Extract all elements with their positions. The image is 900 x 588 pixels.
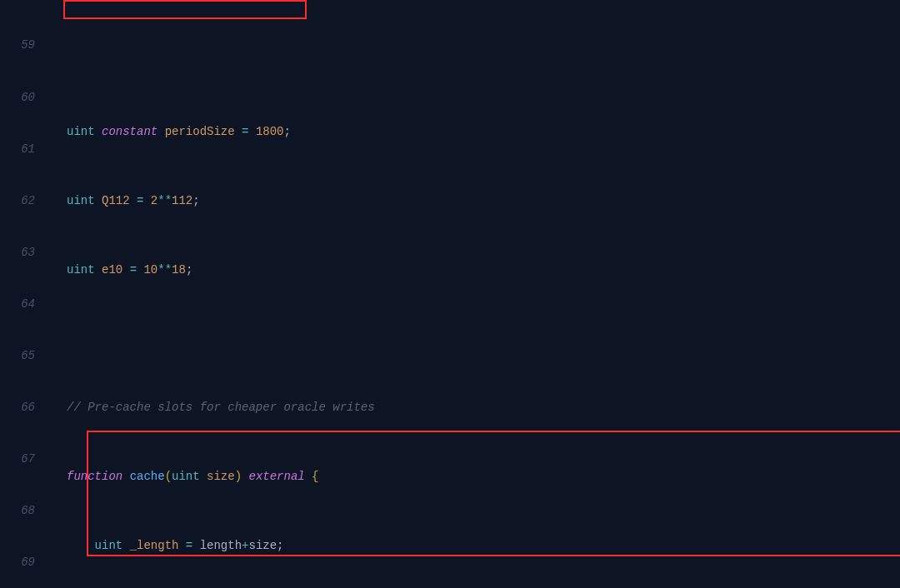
code-line[interactable]: [67, 330, 900, 347]
token-operator: =: [242, 125, 248, 138]
line-number: 69: [0, 554, 35, 571]
code-editor[interactable]: 59 60 61 62 63 64 65 66 67 68 69 70 71 7…: [0, 0, 900, 588]
token-punct: ;: [186, 263, 192, 277]
line-number: 62: [0, 192, 35, 210]
token-brace: {: [312, 470, 318, 483]
token-operator: =: [130, 263, 137, 277]
token-operator: **: [158, 194, 172, 207]
token-type: uint: [67, 194, 95, 207]
line-number-gutter: 59 60 61 62 63 64 65 66 67 68 69 70 71 7…: [0, 0, 50, 588]
token-number: 10: [143, 263, 158, 277]
token-keyword: function: [67, 470, 122, 483]
line-number: 64: [0, 296, 35, 313]
token-type: uint: [67, 125, 95, 138]
token-comment: // Pre-cache slots for cheaper oracle wr…: [67, 401, 375, 414]
token-identifier: _length: [130, 539, 179, 552]
token-number: 1800: [256, 125, 284, 138]
code-line[interactable]: function cache(uint size) external {: [67, 468, 900, 486]
highlight-box-periodSize: [63, 0, 307, 19]
line-number: 63: [0, 244, 35, 262]
token-punct: ;: [277, 539, 283, 552]
line-number: 65: [0, 347, 35, 365]
token-paren: ): [235, 470, 242, 483]
token-identifier: length: [200, 539, 242, 552]
token-keyword: external: [248, 470, 304, 483]
code-content[interactable]: uint constant periodSize = 1800; uint Q1…: [50, 0, 900, 588]
code-line[interactable]: uint e10 = 10**18;: [67, 262, 900, 279]
line-number: 66: [0, 399, 35, 416]
line-number: 59: [0, 37, 35, 54]
token-identifier: size: [248, 539, 277, 552]
token-identifier: size: [207, 470, 235, 483]
token-punct: ;: [283, 125, 290, 138]
token-number: 112: [172, 194, 192, 207]
code-line[interactable]: uint constant periodSize = 1800;: [67, 123, 900, 141]
code-line[interactable]: uint _length = length+size;: [67, 537, 900, 555]
token-identifier: periodSize: [165, 125, 235, 138]
token-operator: **: [158, 263, 172, 277]
token-identifier: e10: [102, 263, 122, 277]
token-number: 18: [172, 263, 186, 277]
token-operator: =: [137, 194, 143, 207]
token-operator: =: [186, 539, 192, 552]
token-paren: (: [165, 470, 172, 483]
token-punct: ;: [192, 194, 199, 207]
line-number: 60: [0, 89, 35, 107]
line-number: 68: [0, 502, 35, 520]
token-keyword: constant: [102, 125, 158, 138]
token-type: uint: [172, 470, 200, 483]
token-identifier: Q112: [102, 194, 130, 207]
code-line[interactable]: // Pre-cache slots for cheaper oracle wr…: [67, 399, 900, 416]
token-number: 2: [151, 194, 158, 207]
code-line[interactable]: uint Q112 = 2**112;: [67, 192, 900, 210]
token-function: cache: [130, 470, 165, 483]
token-type: uint: [95, 539, 123, 552]
token-type: uint: [67, 263, 95, 277]
line-number: 67: [0, 451, 35, 468]
line-number: 61: [0, 141, 35, 158]
